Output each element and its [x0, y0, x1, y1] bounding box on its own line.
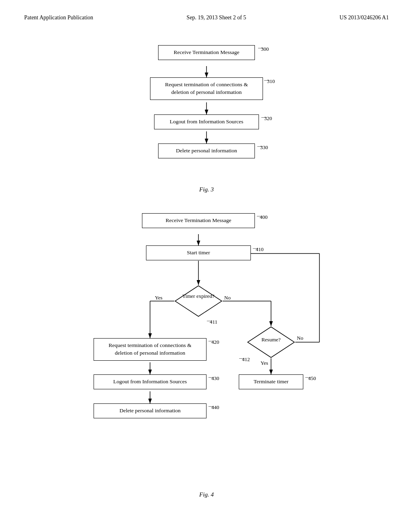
- header-left: Patent Application Publication: [24, 15, 93, 21]
- node-420: Request termination of connections & del…: [94, 338, 206, 361]
- node-410: Start timer: [146, 245, 251, 260]
- figure-3: Receive Termination Message 300 — Reques…: [0, 37, 413, 193]
- node-330: Delete personal information: [158, 143, 255, 158]
- label-320-tick: —: [261, 114, 267, 120]
- header-middle: Sep. 19, 2013 Sheet 2 of 5: [187, 15, 246, 21]
- node-300: Receive Termination Message: [158, 45, 255, 60]
- node-310: Request termination of connections & del…: [150, 77, 263, 100]
- node-450: Terminate timer: [239, 374, 303, 389]
- node-400: Receive Termination Message: [142, 213, 255, 228]
- diamond-timer-expired: Timer expired?: [174, 285, 223, 317]
- node-440: Delete personal information: [94, 403, 206, 418]
- node-430: Logout from Information Sources: [94, 374, 206, 389]
- no-label-2: No: [297, 335, 303, 341]
- diamond-resume: Resume?: [247, 326, 295, 358]
- header-right: US 2013/0246206 A1: [340, 15, 389, 21]
- fig4-label: Fig. 4: [199, 491, 214, 498]
- page-header: Patent Application Publication Sep. 19, …: [0, 0, 413, 21]
- label-330-tick: —: [257, 143, 263, 149]
- fig3-label: Fig. 3: [199, 186, 214, 193]
- yes-label-2: Yes: [261, 360, 268, 366]
- label-310-tick: —: [264, 77, 269, 83]
- yes-label-1: Yes: [155, 295, 163, 301]
- no-label-1: No: [224, 295, 231, 301]
- node-320: Logout from Information Sources: [154, 114, 259, 129]
- label-300-tick: —: [258, 44, 263, 51]
- svg-marker-17: [175, 286, 222, 316]
- figure-4: Receive Termination Message 400 — Start …: [0, 205, 413, 498]
